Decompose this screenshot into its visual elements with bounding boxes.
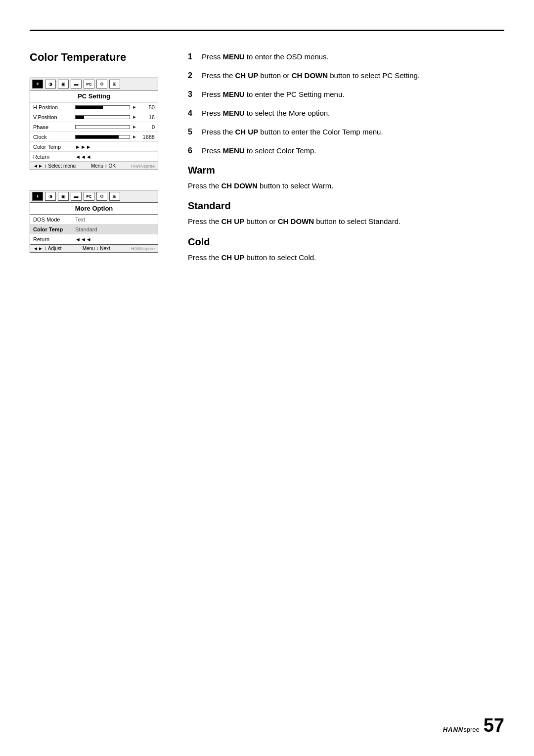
- icon-extra-2: ⊞: [109, 192, 120, 201]
- osd-bar-area-colortemp2: Standard: [75, 226, 155, 232]
- osd-icon-bar-1: ☀ ◑ ▣ ▬ PC ⚙ ⊞: [30, 78, 158, 90]
- brand-hann-label: HANNspree: [443, 725, 480, 733]
- osd-bar-area-return1: ◄◄◄: [75, 154, 155, 160]
- icon-image-2: ▣: [58, 192, 69, 201]
- icon-image: ▣: [58, 80, 69, 89]
- osd-row-vposition: V.Position ► 16: [30, 112, 158, 122]
- osd-arrow-clock: ►: [132, 134, 137, 139]
- osd-label-dosmode: DOS Mode: [33, 217, 75, 222]
- osd-value-colortemp2: Standard: [75, 226, 97, 232]
- osd-label-phase: Phase: [33, 124, 75, 130]
- right-column: 1 Press MENU to enter the OSD menus. 2 P…: [188, 51, 504, 272]
- osd-bar-clock: [75, 135, 130, 139]
- step-num-6: 6: [188, 145, 202, 157]
- osd-footer-2-left: ◄► ↕ Adjust: [33, 246, 62, 251]
- subsection-body-cold: Press the CH UP button to select Cold.: [188, 252, 504, 263]
- osd-label-return2: Return: [33, 236, 75, 242]
- osd-bar-phase: [75, 125, 130, 129]
- osd-footer-2-mid: Menu ↕ Next: [83, 246, 110, 251]
- osd-menu-more-option: ☀ ◑ ▣ ▬ PC ⚙ ⊞ More Option DOS Mode Text…: [30, 190, 158, 253]
- step-item-4: 4 Press MENU to select the More option.: [188, 107, 504, 119]
- icon-pc: PC: [84, 80, 94, 89]
- subsection-title-warm: Warm: [188, 165, 504, 176]
- icon-contrast-2: ◑: [45, 192, 56, 201]
- icon-brightness-2: ☀: [32, 192, 43, 201]
- osd-value-phase: 0: [140, 124, 155, 130]
- step-item-2: 2 Press the CH UP button or CH DOWN butt…: [188, 70, 504, 82]
- icon-brightness: ☀: [32, 80, 43, 89]
- osd-row-dosmode: DOS Mode Text: [30, 215, 158, 224]
- osd-footer-1-left: ◄► ↕ Select menu: [33, 163, 76, 169]
- osd-bar-area-return2: ◄◄◄: [75, 236, 155, 242]
- osd-bar-area-hposition: ► 50: [75, 104, 155, 110]
- left-column: Color Temperature ☀ ◑ ▣ ▬ PC ⚙ ⊞ PC Sett…: [30, 51, 168, 272]
- osd-colortemp-arrows: ►►►: [75, 144, 91, 150]
- step-item-1: 1 Press MENU to enter the OSD menus.: [188, 51, 504, 63]
- osd-return1-arrows: ◄◄◄: [75, 154, 91, 160]
- osd-row-clock: Clock ► 1688: [30, 132, 158, 142]
- osd-label-return1: Return: [33, 154, 75, 160]
- step-text-4: Press MENU to select the More option.: [202, 107, 330, 119]
- osd-icon-bar-2: ☀ ◑ ▣ ▬ PC ⚙ ⊞: [30, 190, 158, 203]
- osd-row-return1: Return ◄◄◄: [30, 152, 158, 162]
- osd-value-vposition: 16: [140, 114, 155, 120]
- step-num-2: 2: [188, 70, 202, 82]
- osd-bar-fill-hposition: [76, 106, 103, 109]
- step-text-3: Press MENU to enter the PC Setting menu.: [202, 89, 344, 100]
- osd-row-colortemp: Color Temp ►►►: [30, 142, 158, 152]
- osd-menu-pc-setting: ☀ ◑ ▣ ▬ PC ⚙ ⊞ PC Setting H.Position ► 5…: [30, 78, 158, 170]
- subsection-body-standard: Press the CH UP button or CH DOWN button…: [188, 216, 504, 227]
- step-item-3: 3 Press MENU to enter the PC Setting men…: [188, 89, 504, 100]
- step-text-2: Press the CH UP button or CH DOWN button…: [202, 70, 420, 82]
- osd-bar-area-dosmode: Text: [75, 217, 155, 222]
- bottom-brand: HANNspree 57: [443, 715, 504, 736]
- osd-footer-2-brand: HANNspree: [131, 246, 155, 251]
- osd-title-pc-setting: PC Setting: [30, 90, 158, 102]
- step-list: 1 Press MENU to enter the OSD menus. 2 P…: [188, 51, 504, 157]
- osd-footer-2: ◄► ↕ Adjust Menu ↕ Next HANNspree: [30, 244, 158, 252]
- icon-pc-2: PC: [84, 192, 94, 201]
- icon-contrast: ◑: [45, 80, 56, 89]
- brand-page-num: 57: [484, 715, 504, 736]
- osd-label-hposition: H.Position: [33, 104, 75, 110]
- osd-title-more-option: More Option: [30, 203, 158, 215]
- osd-label-colortemp: Color Temp: [33, 144, 75, 150]
- osd-value-hposition: 50: [140, 104, 155, 110]
- step-text-5: Press the CH UP button to enter the Colo…: [202, 126, 383, 138]
- step-num-5: 5: [188, 126, 202, 138]
- step-text-6: Press MENU to select Color Temp.: [202, 145, 316, 157]
- osd-bar-fill-clock: [76, 135, 119, 138]
- osd-footer-1: ◄► ↕ Select menu Menu ↕ OK HANNspree: [30, 162, 158, 170]
- osd-arrow-hposition: ►: [132, 104, 137, 110]
- osd-bar-vposition: [75, 115, 130, 119]
- osd-bar-area-phase: ► 0: [75, 124, 155, 130]
- osd-label-colortemp2: Color Temp: [33, 226, 75, 232]
- osd-value-clock: 1688: [140, 134, 155, 140]
- osd-bar-area-colortemp: ►►►: [75, 144, 155, 150]
- osd-value-dosmode: Text: [75, 217, 85, 222]
- step-text-1: Press MENU to enter the OSD menus.: [202, 51, 329, 63]
- icon-settings-2: ⚙: [96, 192, 107, 201]
- osd-arrow-phase: ►: [132, 124, 137, 130]
- osd-row-colortemp2: Color Temp Standard: [30, 224, 158, 234]
- icon-settings: ⚙: [96, 80, 107, 89]
- osd-label-clock: Clock: [33, 134, 75, 140]
- subsection-title-standard: Standard: [188, 200, 504, 212]
- osd-bar-area-vposition: ► 16: [75, 114, 155, 120]
- osd-arrow-vposition: ►: [132, 114, 137, 120]
- osd-row-hposition: H.Position ► 50: [30, 102, 158, 112]
- brand-hann-text: HANN: [443, 726, 464, 733]
- icon-monitor-2: ▬: [71, 192, 82, 201]
- step-item-5: 5 Press the CH UP button to enter the Co…: [188, 126, 504, 138]
- osd-row-phase: Phase ► 0: [30, 122, 158, 132]
- subsection-title-cold: Cold: [188, 236, 504, 248]
- step-num-3: 3: [188, 89, 202, 100]
- osd-row-return2: Return ◄◄◄: [30, 234, 158, 244]
- osd-label-vposition: V.Position: [33, 114, 75, 120]
- osd-footer-1-mid: Menu ↕ OK: [91, 163, 116, 169]
- step-item-6: 6 Press MENU to select Color Temp.: [188, 145, 504, 157]
- step-num-1: 1: [188, 51, 202, 63]
- osd-footer-1-brand: HANNspree: [131, 164, 155, 169]
- icon-monitor: ▬: [71, 80, 82, 89]
- osd-bar-fill-vposition: [76, 116, 84, 119]
